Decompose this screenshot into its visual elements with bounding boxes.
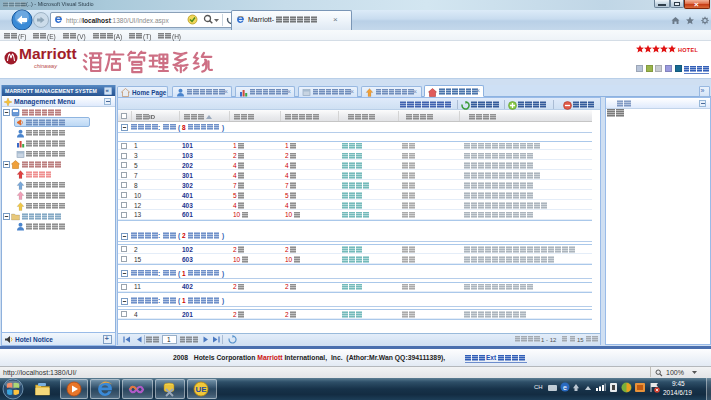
- svg-text:e: e: [563, 384, 567, 391]
- svg-text:UE: UE: [195, 385, 207, 394]
